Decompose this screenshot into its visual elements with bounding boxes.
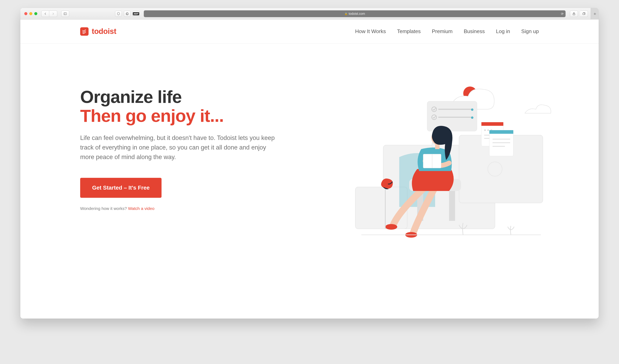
hero-copy: Organize life Then go enjoy it... Life c… [80, 87, 290, 251]
safari-window: ABP 🔒 todoist.com ⟳ ＋ [20, 8, 599, 319]
url-text: todoist.com [349, 12, 365, 15]
nav-log-in[interactable]: Log in [496, 28, 510, 34]
svg-point-9 [488, 162, 502, 176]
new-tab-button[interactable]: ＋ [591, 8, 599, 20]
hero-title-line-2: Then go enjoy it... [80, 106, 290, 125]
grammarly-extension-button[interactable] [124, 11, 131, 17]
circle-arrow-icon [126, 12, 129, 15]
window-controls [24, 12, 37, 15]
illustration-svg [331, 75, 555, 251]
brand[interactable]: todoist [80, 27, 116, 36]
svg-point-33 [385, 224, 397, 230]
shield-icon [117, 12, 120, 15]
nav-buttons [41, 11, 57, 17]
nav-premium[interactable]: Premium [432, 28, 452, 34]
watch-video-link[interactable]: Watch a video [128, 206, 154, 211]
svg-point-20 [484, 129, 486, 131]
chevron-right-icon [51, 12, 55, 15]
svg-rect-0 [64, 13, 67, 15]
site-nav: How It Works Templates Premium Business … [355, 28, 539, 34]
back-button[interactable] [41, 11, 49, 17]
site-header: todoist How It Works Templates Premium B… [20, 20, 599, 43]
privacy-extension-button[interactable] [115, 11, 122, 17]
brand-name: todoist [92, 27, 116, 36]
extensions-group: ABP [115, 11, 139, 17]
hero-section: Organize life Then go enjoy it... Life c… [20, 43, 599, 251]
video-prompt-line: Wondering how it works? Watch a video [80, 206, 290, 211]
webpage: todoist How It Works Templates Premium B… [20, 20, 599, 319]
share-icon [572, 12, 576, 15]
titlebar: ABP 🔒 todoist.com ⟳ ＋ [20, 8, 599, 20]
hero-title-line-1: Organize life [80, 87, 182, 107]
nav-templates[interactable]: Templates [397, 28, 421, 34]
hero-illustration [297, 87, 539, 251]
fullscreen-window-button[interactable] [34, 12, 37, 15]
hero-subtitle: Life can feel overwhelming, but it doesn… [80, 133, 276, 162]
nav-sign-up[interactable]: Sign up [521, 28, 539, 34]
nav-business[interactable]: Business [464, 28, 485, 34]
svg-point-16 [471, 109, 473, 111]
adblock-extension-button[interactable]: ABP [133, 11, 139, 17]
share-button[interactable] [570, 11, 578, 17]
abp-badge-icon: ABP [133, 12, 139, 15]
chevron-left-icon [43, 12, 47, 15]
close-window-button[interactable] [24, 12, 27, 15]
reload-button[interactable]: ⟳ [561, 12, 563, 15]
todoist-logo-icon [80, 27, 88, 36]
svg-rect-11 [427, 101, 477, 131]
tabs-icon [582, 12, 586, 15]
minimize-window-button[interactable] [29, 12, 32, 15]
address-bar[interactable]: 🔒 todoist.com ⟳ [144, 10, 565, 17]
lock-icon: 🔒 [344, 12, 348, 15]
svg-point-21 [487, 129, 489, 131]
svg-point-17 [471, 116, 473, 119]
forward-button[interactable] [49, 11, 57, 17]
tabs-overview-button[interactable] [580, 11, 588, 17]
svg-rect-19 [481, 122, 503, 126]
hero-title: Organize life Then go enjoy it... [80, 87, 290, 125]
video-prompt-text: Wondering how it works? [80, 206, 128, 211]
get-started-button[interactable]: Get Started – It's Free [80, 178, 162, 198]
nav-how-it-works[interactable]: How It Works [355, 28, 386, 34]
titlebar-right-buttons [570, 11, 588, 17]
svg-rect-26 [489, 130, 513, 134]
sidebar-toggle-button[interactable] [61, 11, 69, 17]
svg-rect-32 [449, 191, 455, 221]
sidebar-icon [63, 12, 67, 15]
svg-rect-4 [583, 13, 585, 14]
